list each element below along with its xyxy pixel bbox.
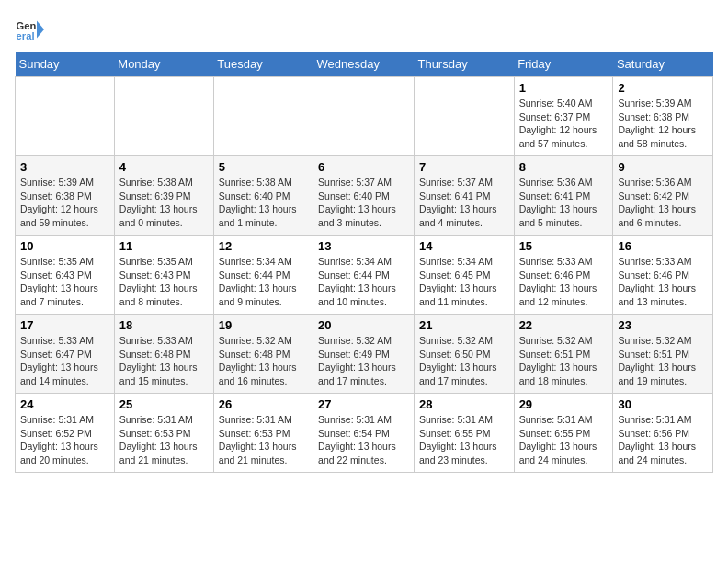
calendar-cell [16, 77, 115, 156]
day-info: Sunrise: 5:32 AM Sunset: 6:51 PM Dayligh… [519, 334, 609, 388]
day-info: Sunrise: 5:35 AM Sunset: 6:43 PM Dayligh… [119, 255, 209, 309]
svg-marker-2 [37, 20, 44, 38]
calendar-cell [414, 77, 514, 156]
day-info: Sunrise: 5:37 AM Sunset: 6:41 PM Dayligh… [419, 176, 509, 230]
calendar-cell: 29Sunrise: 5:31 AM Sunset: 6:55 PM Dayli… [514, 394, 613, 473]
day-info: Sunrise: 5:33 AM Sunset: 6:46 PM Dayligh… [618, 255, 708, 309]
day-info: Sunrise: 5:34 AM Sunset: 6:44 PM Dayligh… [318, 255, 409, 309]
day-number: 1 [519, 81, 609, 95]
day-number: 4 [119, 160, 209, 174]
day-info: Sunrise: 5:31 AM Sunset: 6:53 PM Dayligh… [119, 413, 209, 467]
day-info: Sunrise: 5:32 AM Sunset: 6:49 PM Dayligh… [318, 334, 409, 388]
calendar-cell: 24Sunrise: 5:31 AM Sunset: 6:52 PM Dayli… [16, 394, 115, 473]
calendar-cell: 21Sunrise: 5:32 AM Sunset: 6:50 PM Dayli… [414, 315, 514, 394]
calendar-cell: 11Sunrise: 5:35 AM Sunset: 6:43 PM Dayli… [114, 236, 213, 315]
week-row-1: 1Sunrise: 5:40 AM Sunset: 6:37 PM Daylig… [16, 77, 713, 156]
calendar-cell [313, 77, 415, 156]
day-info: Sunrise: 5:40 AM Sunset: 6:37 PM Dayligh… [519, 97, 609, 151]
day-header-wednesday: Wednesday [313, 52, 415, 77]
day-header-friday: Friday [514, 52, 613, 77]
calendar-cell: 13Sunrise: 5:34 AM Sunset: 6:44 PM Dayli… [313, 236, 415, 315]
day-info: Sunrise: 5:35 AM Sunset: 6:43 PM Dayligh… [20, 255, 109, 309]
week-row-4: 17Sunrise: 5:33 AM Sunset: 6:47 PM Dayli… [16, 315, 713, 394]
day-number: 18 [119, 318, 209, 332]
day-number: 5 [219, 160, 308, 174]
calendar-cell: 3Sunrise: 5:39 AM Sunset: 6:38 PM Daylig… [16, 156, 115, 236]
day-number: 12 [219, 239, 308, 253]
calendar-cell: 25Sunrise: 5:31 AM Sunset: 6:53 PM Dayli… [114, 394, 213, 473]
svg-text:eral: eral [17, 30, 35, 41]
day-number: 26 [219, 397, 308, 411]
day-info: Sunrise: 5:33 AM Sunset: 6:46 PM Dayligh… [519, 255, 609, 309]
day-info: Sunrise: 5:36 AM Sunset: 6:42 PM Dayligh… [618, 176, 708, 230]
day-info: Sunrise: 5:39 AM Sunset: 6:38 PM Dayligh… [20, 176, 109, 230]
day-number: 27 [318, 397, 409, 411]
logo-icon: Gen eral [15, 15, 44, 44]
day-number: 16 [618, 239, 708, 253]
calendar-cell: 14Sunrise: 5:34 AM Sunset: 6:45 PM Dayli… [414, 236, 514, 315]
calendar-header-row: SundayMondayTuesdayWednesdayThursdayFrid… [16, 52, 713, 77]
calendar-cell: 7Sunrise: 5:37 AM Sunset: 6:41 PM Daylig… [414, 156, 514, 236]
page-header: Gen eral [15, 15, 713, 44]
day-info: Sunrise: 5:31 AM Sunset: 6:55 PM Dayligh… [419, 413, 509, 467]
calendar-body: 1Sunrise: 5:40 AM Sunset: 6:37 PM Daylig… [16, 77, 713, 473]
day-header-sunday: Sunday [16, 52, 115, 77]
day-header-monday: Monday [114, 52, 213, 77]
day-header-thursday: Thursday [414, 52, 514, 77]
day-number: 9 [618, 160, 708, 174]
day-header-tuesday: Tuesday [213, 52, 313, 77]
calendar-cell: 9Sunrise: 5:36 AM Sunset: 6:42 PM Daylig… [613, 156, 713, 236]
svg-text:Gen: Gen [17, 20, 37, 31]
day-info: Sunrise: 5:36 AM Sunset: 6:41 PM Dayligh… [519, 176, 609, 230]
week-row-2: 3Sunrise: 5:39 AM Sunset: 6:38 PM Daylig… [16, 156, 713, 236]
day-info: Sunrise: 5:32 AM Sunset: 6:48 PM Dayligh… [219, 334, 308, 388]
calendar-table: SundayMondayTuesdayWednesdayThursdayFrid… [15, 52, 713, 473]
day-number: 3 [20, 160, 109, 174]
day-info: Sunrise: 5:31 AM Sunset: 6:55 PM Dayligh… [519, 413, 609, 467]
calendar-cell: 1Sunrise: 5:40 AM Sunset: 6:37 PM Daylig… [514, 77, 613, 156]
day-number: 23 [618, 318, 708, 332]
calendar-cell: 30Sunrise: 5:31 AM Sunset: 6:56 PM Dayli… [613, 394, 713, 473]
day-header-saturday: Saturday [613, 52, 713, 77]
day-number: 30 [618, 397, 708, 411]
day-number: 14 [419, 239, 509, 253]
week-row-3: 10Sunrise: 5:35 AM Sunset: 6:43 PM Dayli… [16, 236, 713, 315]
calendar-cell: 22Sunrise: 5:32 AM Sunset: 6:51 PM Dayli… [514, 315, 613, 394]
calendar-cell: 26Sunrise: 5:31 AM Sunset: 6:53 PM Dayli… [213, 394, 313, 473]
day-info: Sunrise: 5:32 AM Sunset: 6:51 PM Dayligh… [618, 334, 708, 388]
calendar-cell [114, 77, 213, 156]
day-number: 29 [519, 397, 609, 411]
day-number: 11 [119, 239, 209, 253]
calendar-cell: 17Sunrise: 5:33 AM Sunset: 6:47 PM Dayli… [16, 315, 115, 394]
day-info: Sunrise: 5:31 AM Sunset: 6:54 PM Dayligh… [318, 413, 409, 467]
day-number: 22 [519, 318, 609, 332]
day-info: Sunrise: 5:33 AM Sunset: 6:47 PM Dayligh… [20, 334, 109, 388]
day-number: 10 [20, 239, 109, 253]
calendar-cell: 16Sunrise: 5:33 AM Sunset: 6:46 PM Dayli… [613, 236, 713, 315]
day-info: Sunrise: 5:31 AM Sunset: 6:52 PM Dayligh… [20, 413, 109, 467]
day-info: Sunrise: 5:32 AM Sunset: 6:50 PM Dayligh… [419, 334, 509, 388]
calendar-cell: 10Sunrise: 5:35 AM Sunset: 6:43 PM Dayli… [16, 236, 115, 315]
logo: Gen eral [15, 15, 48, 44]
calendar-cell: 18Sunrise: 5:33 AM Sunset: 6:48 PM Dayli… [114, 315, 213, 394]
calendar-cell: 19Sunrise: 5:32 AM Sunset: 6:48 PM Dayli… [213, 315, 313, 394]
day-number: 20 [318, 318, 409, 332]
calendar-cell: 15Sunrise: 5:33 AM Sunset: 6:46 PM Dayli… [514, 236, 613, 315]
day-number: 6 [318, 160, 409, 174]
day-number: 7 [419, 160, 509, 174]
day-info: Sunrise: 5:31 AM Sunset: 6:53 PM Dayligh… [219, 413, 308, 467]
day-number: 25 [119, 397, 209, 411]
day-number: 19 [219, 318, 308, 332]
day-number: 24 [20, 397, 109, 411]
day-number: 2 [618, 81, 708, 95]
day-info: Sunrise: 5:38 AM Sunset: 6:40 PM Dayligh… [219, 176, 308, 230]
calendar-cell: 23Sunrise: 5:32 AM Sunset: 6:51 PM Dayli… [613, 315, 713, 394]
day-info: Sunrise: 5:37 AM Sunset: 6:40 PM Dayligh… [318, 176, 409, 230]
week-row-5: 24Sunrise: 5:31 AM Sunset: 6:52 PM Dayli… [16, 394, 713, 473]
day-info: Sunrise: 5:34 AM Sunset: 6:44 PM Dayligh… [219, 255, 308, 309]
calendar-cell: 28Sunrise: 5:31 AM Sunset: 6:55 PM Dayli… [414, 394, 514, 473]
day-number: 15 [519, 239, 609, 253]
calendar-cell: 27Sunrise: 5:31 AM Sunset: 6:54 PM Dayli… [313, 394, 415, 473]
day-number: 28 [419, 397, 509, 411]
calendar-cell: 8Sunrise: 5:36 AM Sunset: 6:41 PM Daylig… [514, 156, 613, 236]
